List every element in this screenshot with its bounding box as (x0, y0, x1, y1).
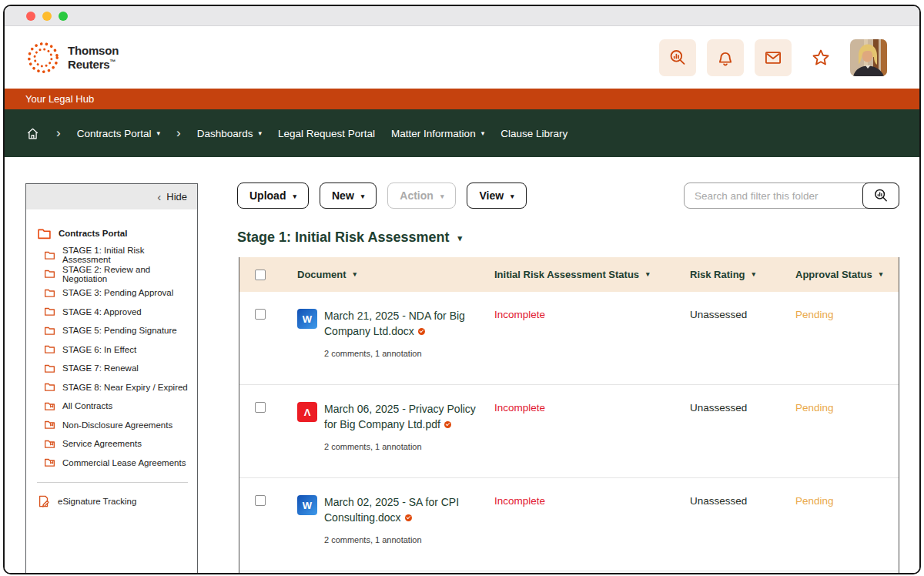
sidebar-item-stage-7[interactable]: STAGE 7: Renewal (44, 359, 192, 378)
risk-rating: Unassessed (690, 402, 795, 414)
folder-icon (44, 343, 55, 355)
sidebar-item-non-disclosure-agreements[interactable]: Non-Disclosure Agreements (44, 416, 192, 435)
saved-search-folder-icon (44, 400, 55, 412)
nav-clause-library[interactable]: Clause Library (500, 128, 567, 139)
nav-matter-information-label: Matter Information (391, 128, 476, 139)
logo-wordmark: Thomson Reuters™ (68, 45, 119, 71)
upload-button[interactable]: Upload ▾ (237, 183, 309, 209)
browser-window: Thomson Reuters™ (3, 5, 921, 574)
approval-status: Pending (795, 402, 899, 414)
folder-icon (44, 325, 55, 337)
approval-status: Pending (795, 495, 899, 507)
favorites-button[interactable] (802, 39, 839, 76)
sort-caret-icon: ▾ (353, 271, 357, 278)
sort-caret-icon: ▾ (879, 271, 883, 278)
sidebar-hide-button[interactable]: ‹ Hide (26, 184, 197, 209)
nav-matter-information[interactable]: Matter Information ▾ (391, 128, 484, 139)
user-avatar-image (850, 39, 887, 76)
notifications-button[interactable] (707, 39, 744, 76)
select-all-checkbox[interactable] (255, 270, 266, 280)
view-button[interactable]: View ▾ (467, 183, 526, 209)
header-actions (659, 39, 887, 76)
checked-out-indicator-icon (418, 328, 425, 335)
document-link[interactable]: March 02, 2025 - SA for CPI Consulting.d… (324, 495, 487, 525)
thomson-reuters-logo-icon (25, 40, 61, 75)
sidebar-item-commercial-lease-agreements[interactable]: Commercial Lease Agreements (44, 454, 192, 473)
chevron-down-icon: ▾ (361, 193, 365, 200)
row-checkbox[interactable] (255, 495, 266, 506)
breadcrumb-separator-icon: › (176, 126, 181, 139)
chevron-left-icon: ‹ (157, 190, 161, 203)
risk-assessment-status: Incomplete (494, 402, 690, 414)
svg-text:Λ: Λ (304, 407, 311, 418)
user-avatar[interactable] (850, 39, 887, 76)
risk-rating: Unassessed (690, 309, 795, 320)
chevron-down-icon: ▾ (440, 193, 444, 200)
new-button[interactable]: New ▾ (320, 183, 377, 209)
chevron-down-icon: ▾ (156, 130, 160, 137)
document-meta[interactable]: 2 comments, 1 annotation (324, 349, 487, 358)
nav-contracts-portal[interactable]: Contracts Portal ▾ (77, 128, 160, 139)
sidebar-item-stage-2[interactable]: STAGE 2: Review and Negotiation (44, 265, 192, 284)
row-checkbox[interactable] (255, 309, 266, 320)
page-title[interactable]: Stage 1: Initial Risk Assessment ▾ (237, 229, 462, 246)
nav-home[interactable] (25, 126, 40, 141)
svg-text:W: W (303, 500, 313, 511)
sidebar-item-stage-3[interactable]: STAGE 3: Pending Approval (44, 283, 192, 303)
search-chart-icon (668, 48, 688, 68)
window-zoom-button[interactable] (59, 12, 68, 21)
sidebar-item-esignature-tracking[interactable]: eSignature Tracking (37, 492, 192, 511)
document-link[interactable]: March 21, 2025 - NDA for Big Company Ltd… (324, 309, 487, 339)
search-chart-icon (872, 187, 889, 204)
folder-toolbar: Upload ▾ New ▾ Action ▾ View ▾ (237, 183, 899, 209)
messages-button[interactable] (755, 39, 792, 76)
folder-search (684, 183, 899, 209)
main-nav: › Contracts Portal ▾ › Dashboards ▾ Lega… (5, 109, 919, 157)
sidebar-item-stage-8[interactable]: STAGE 8: Near Expiry / Expired (44, 378, 192, 397)
chevron-down-icon: ▾ (481, 130, 485, 137)
column-header-status[interactable]: Initial Risk Assessment Status ▾ (494, 269, 690, 280)
word-file-icon: W (297, 309, 317, 329)
esignature-icon (37, 494, 51, 508)
nav-dashboards-label: Dashboards (197, 128, 253, 139)
mail-icon (763, 48, 783, 68)
column-header-risk-rating[interactable]: Risk Rating ▾ (690, 269, 795, 280)
nav-clause-library-label: Clause Library (500, 128, 567, 139)
app-bar: Your Legal Hub (5, 89, 919, 109)
sidebar-item-service-agreements[interactable]: Service Agreements (44, 434, 192, 454)
table-header-row: Document ▾ Initial Risk Assessment Statu… (239, 257, 899, 292)
folder-icon (44, 363, 55, 374)
bell-icon (715, 48, 735, 68)
document-meta[interactable]: 2 comments, 1 annotation (324, 535, 487, 544)
column-header-approval-status[interactable]: Approval Status ▾ (795, 269, 899, 280)
sidebar-item-all-contracts[interactable]: All Contracts (44, 397, 192, 416)
nav-dashboards[interactable]: Dashboards ▾ (197, 128, 262, 139)
window-minimize-button[interactable] (42, 12, 52, 21)
sidebar-item-contracts-portal[interactable]: Contracts Portal (37, 223, 192, 244)
row-checkbox[interactable] (255, 402, 266, 413)
sidebar-item-stage-4[interactable]: STAGE 4: Approved (44, 303, 192, 322)
search-submit-button[interactable] (862, 183, 899, 209)
window-close-button[interactable] (26, 12, 35, 21)
nav-legal-request-portal[interactable]: Legal Request Portal (278, 128, 375, 139)
advanced-search-button[interactable] (659, 39, 696, 76)
sidebar-item-stage-6[interactable]: STAGE 6: In Effect (44, 340, 192, 360)
approval-status: Pending (795, 309, 899, 320)
sidebar-hide-label: Hide (166, 191, 187, 203)
nav-contracts-portal-label: Contracts Portal (77, 128, 152, 139)
column-header-document[interactable]: Document ▾ (297, 269, 494, 280)
folder-icon (44, 306, 55, 317)
sidebar-item-stage-1[interactable]: STAGE 1: Initial Risk Assessment (44, 246, 192, 265)
table-row: Λ March 06, 2025 - Privacy Policy for Bi… (239, 385, 899, 478)
sidebar-item-stage-5[interactable]: STAGE 5: Pending Signature (44, 321, 192, 340)
checked-out-indicator-icon (405, 514, 412, 521)
thomson-reuters-logo[interactable]: Thomson Reuters™ (25, 40, 119, 75)
folder-icon (37, 226, 52, 241)
table-row: W March 02, 2025 - SA for CPI Consulting… (239, 478, 899, 571)
table-row: W March 21, 2025 - NDA for Big Company L… (239, 292, 899, 385)
risk-rating: Unassessed (690, 495, 795, 507)
pdf-file-icon: Λ (297, 402, 317, 422)
action-button[interactable]: Action ▾ (387, 183, 456, 209)
document-meta[interactable]: 2 comments, 1 annotation (324, 442, 487, 451)
document-link[interactable]: March 06, 2025 - Privacy Policy for Big … (324, 402, 487, 432)
